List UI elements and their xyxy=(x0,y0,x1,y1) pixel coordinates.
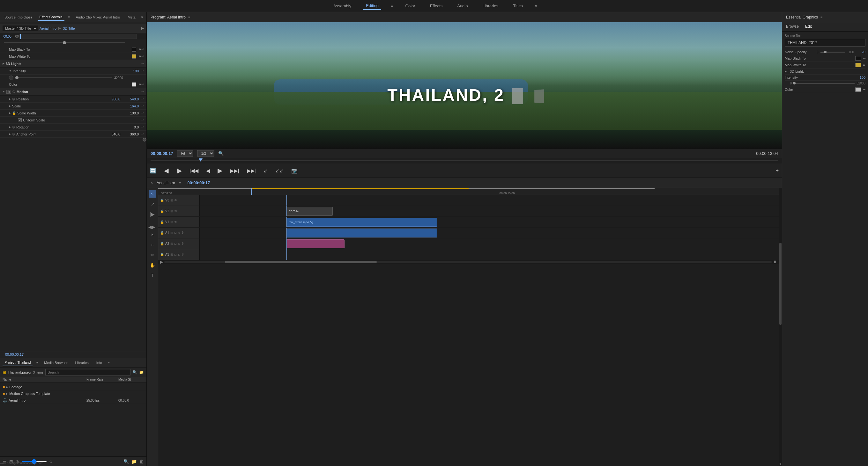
meta-tab[interactable]: Meta xyxy=(126,14,137,21)
a3-sync-icon[interactable]: ⊞ xyxy=(170,253,173,256)
v2-sync-icon[interactable]: ⊞ xyxy=(170,209,173,213)
play-button[interactable]: ▶ xyxy=(216,166,224,175)
monitor-timecode[interactable]: 00:00:00:17 xyxy=(151,151,173,156)
timecode-track[interactable] xyxy=(19,34,137,39)
intensity-expand[interactable]: ▼ xyxy=(9,69,11,72)
text-tool[interactable]: T xyxy=(149,272,156,279)
a3-lock-icon[interactable]: 🔒 xyxy=(160,253,164,256)
eg-menu-icon[interactable]: ≡ xyxy=(820,15,823,19)
3d-light-reset[interactable]: ↩ xyxy=(141,62,144,65)
pen-tool[interactable]: ✏ xyxy=(149,251,156,259)
eg-intensity-slider-thumb[interactable] xyxy=(793,82,796,85)
a1-solo-icon[interactable]: S xyxy=(178,231,180,235)
anchor-expand[interactable]: ▶ xyxy=(9,133,11,135)
a3-mute-icon[interactable]: M xyxy=(174,253,177,256)
selected-range-bar[interactable] xyxy=(251,188,469,189)
timecode-playhead[interactable] xyxy=(20,34,21,39)
effect-controls-tab[interactable]: Effect Controls xyxy=(38,14,64,21)
uniform-scale-reset[interactable]: ↩ xyxy=(141,118,144,122)
intensity-slider[interactable] xyxy=(16,77,112,78)
step-back-button[interactable]: ◀ xyxy=(205,167,211,174)
eg-map-white-eyedrop[interactable]: ✏ xyxy=(863,63,865,67)
position-x-value[interactable]: 960.0 xyxy=(104,97,120,101)
source-tab[interactable]: Source: (no clips) xyxy=(3,14,34,21)
anchor-x-value[interactable]: 640.0 xyxy=(104,132,120,136)
rotation-value[interactable]: 0.0 xyxy=(123,125,139,129)
hand-tool[interactable]: ✋ xyxy=(149,261,156,269)
delete-icon[interactable]: 🗑 xyxy=(140,459,144,464)
eg-edit-tab[interactable]: Edit xyxy=(805,24,812,29)
map-white-eyedropper[interactable]: ✏ xyxy=(139,55,141,58)
footage-expand-icon[interactable]: ▶ xyxy=(6,386,8,389)
timeline-end-icon[interactable]: ⏸ xyxy=(772,260,778,264)
nav-editing[interactable]: Editing xyxy=(363,2,381,10)
select-tool[interactable]: ↖ xyxy=(149,190,156,198)
nav-libraries[interactable]: Libraries xyxy=(480,2,501,9)
v2-lock-icon[interactable]: 🔒 xyxy=(160,209,164,213)
more-panels-icon[interactable]: » xyxy=(141,15,143,19)
eg-noise-opacity-value[interactable]: 20 xyxy=(856,50,865,54)
thai-drone-clip[interactable]: thai_drone.mp4 [V] xyxy=(286,218,437,227)
eg-3d-light-toggle[interactable]: ▶ xyxy=(785,70,787,73)
monitor-resolution-dropdown[interactable]: 1/2 xyxy=(197,150,214,157)
v3-sync-icon[interactable]: ⊞ xyxy=(170,199,173,202)
project-item-aerial[interactable]: ⚓ Aerial Intro 25.00 fps 00:00:0 xyxy=(0,397,147,404)
monitor-fit-dropdown[interactable]: Fit xyxy=(177,150,193,157)
v1-lock-icon[interactable]: 🔒 xyxy=(160,220,164,224)
nav-titles[interactable]: Titles xyxy=(510,2,525,9)
3d-light-toggle[interactable]: ▶ xyxy=(3,62,4,65)
uniform-scale-checkbox[interactable]: ✓ xyxy=(18,118,22,122)
in-point-button[interactable]: ◀| xyxy=(163,167,170,174)
position-y-value[interactable]: 540.0 xyxy=(123,97,139,101)
3d-title-link[interactable]: 3D Title xyxy=(63,27,75,30)
new-folder-icon[interactable]: 📁 xyxy=(131,459,137,464)
intensity-value[interactable]: 100 xyxy=(123,69,139,73)
eg-noise-slider-thumb[interactable] xyxy=(824,51,827,53)
current-time-display[interactable]: 00:00:00:17 xyxy=(3,352,26,357)
monitor-zoom-icon[interactable]: 🔍 xyxy=(218,151,224,156)
info-tab[interactable]: Info xyxy=(94,360,104,366)
mgt-expand-icon[interactable]: ▶ xyxy=(6,392,8,395)
next-out-point-button[interactable]: ▶▶| xyxy=(246,167,257,174)
eg-browse-tab[interactable]: Browse xyxy=(786,24,799,29)
intensity-reset[interactable]: ↩ xyxy=(141,69,144,73)
map-black-reset[interactable]: ↩ xyxy=(141,47,144,51)
overwrite-button[interactable]: ↙↙ xyxy=(274,167,285,174)
scale-value[interactable]: 164.0 xyxy=(123,104,139,108)
eg-map-black-swatch[interactable] xyxy=(855,56,861,61)
nav-effects[interactable]: Effects xyxy=(428,2,445,9)
project-search-icon[interactable]: 🔍 xyxy=(132,370,137,374)
eg-intensity-value[interactable]: 100 xyxy=(856,75,865,79)
color-reset[interactable]: ↩ xyxy=(141,82,144,86)
play-out-button[interactable]: ▶▶| xyxy=(229,167,240,174)
master-dropdown[interactable]: Master * 3D Title xyxy=(3,26,38,31)
eg-noise-slider-wrap[interactable] xyxy=(820,52,845,53)
progress-playhead[interactable] xyxy=(199,158,203,162)
eg-intensity-slider-wrap[interactable] xyxy=(794,83,855,84)
monitor-progress-bar-container[interactable] xyxy=(151,158,778,163)
timeline-horizontal-scroll[interactable]: ▶ ⏸ xyxy=(158,260,779,264)
eg-noise-slider-track[interactable] xyxy=(820,52,845,53)
a1-audio-clip[interactable] xyxy=(286,229,437,237)
a2-lock-icon[interactable]: 🔒 xyxy=(160,242,164,245)
monitor-menu-icon[interactable]: ≡ xyxy=(188,15,190,19)
timeline-scroll-track[interactable] xyxy=(164,261,772,263)
map-white-swatch[interactable] xyxy=(132,54,136,59)
project-search-input[interactable] xyxy=(45,369,130,375)
a1-mic-icon[interactable]: 🎙 xyxy=(181,231,184,235)
more-workspaces-icon[interactable]: » xyxy=(535,3,537,8)
timeline-timecode[interactable]: 00:00:00:17 xyxy=(185,180,213,186)
sort-icon[interactable]: ◇ xyxy=(50,459,52,464)
editing-menu-icon[interactable]: ≡ xyxy=(391,3,393,8)
media-browser-tab[interactable]: Media Browser xyxy=(42,360,69,366)
eg-source-text-input[interactable] xyxy=(785,39,865,46)
scale-width-expand[interactable]: ▶ xyxy=(9,111,11,114)
playhead-line[interactable] xyxy=(251,188,252,195)
anchor-reset[interactable]: ↩ xyxy=(141,132,144,136)
project-tab[interactable]: Project: Thailand xyxy=(3,359,33,366)
project-menu-icon[interactable]: ≡ xyxy=(36,361,38,364)
intensity-keyframe-icon[interactable] xyxy=(9,75,13,80)
a2-audio-clip[interactable] xyxy=(286,239,344,248)
nav-audio[interactable]: Audio xyxy=(455,2,470,9)
search-bottom-icon[interactable]: 🔍 xyxy=(123,459,129,464)
